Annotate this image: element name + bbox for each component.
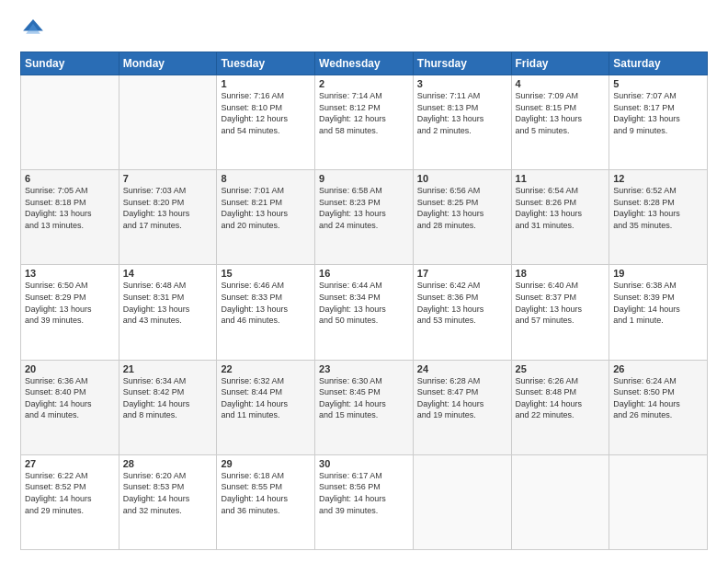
calendar-week: 27Sunrise: 6:22 AM Sunset: 8:52 PM Dayli… xyxy=(21,454,708,549)
day-info: Sunrise: 6:56 AM Sunset: 8:25 PM Dayligh… xyxy=(417,185,507,231)
calendar-cell: 5Sunrise: 7:07 AM Sunset: 8:17 PM Daylig… xyxy=(609,75,708,170)
day-info: Sunrise: 7:03 AM Sunset: 8:20 PM Dayligh… xyxy=(123,185,213,231)
calendar-cell: 12Sunrise: 6:52 AM Sunset: 8:28 PM Dayli… xyxy=(609,170,708,265)
day-info: Sunrise: 6:42 AM Sunset: 8:36 PM Dayligh… xyxy=(417,280,507,326)
calendar-cell: 7Sunrise: 7:03 AM Sunset: 8:20 PM Daylig… xyxy=(119,170,217,265)
calendar-cell: 30Sunrise: 6:17 AM Sunset: 8:56 PM Dayli… xyxy=(315,454,414,549)
header xyxy=(20,17,708,42)
day-info: Sunrise: 6:20 AM Sunset: 8:53 PM Dayligh… xyxy=(123,470,213,516)
day-number: 18 xyxy=(516,268,606,279)
day-number: 1 xyxy=(221,78,311,89)
calendar-cell xyxy=(413,454,511,549)
day-number: 25 xyxy=(516,363,606,374)
calendar-cell xyxy=(21,75,119,170)
day-number: 26 xyxy=(613,363,703,374)
day-number: 7 xyxy=(123,173,213,184)
day-info: Sunrise: 6:26 AM Sunset: 8:48 PM Dayligh… xyxy=(516,375,606,421)
day-info: Sunrise: 7:16 AM Sunset: 8:10 PM Dayligh… xyxy=(221,90,311,136)
calendar-cell: 26Sunrise: 6:24 AM Sunset: 8:50 PM Dayli… xyxy=(609,360,708,454)
day-number: 15 xyxy=(221,268,311,279)
calendar-cell: 10Sunrise: 6:56 AM Sunset: 8:25 PM Dayli… xyxy=(413,170,511,265)
day-number: 8 xyxy=(221,173,311,184)
calendar-cell xyxy=(609,454,708,549)
day-number: 12 xyxy=(613,173,703,184)
weekday-header: Wednesday xyxy=(315,52,414,75)
calendar-cell: 4Sunrise: 7:09 AM Sunset: 8:15 PM Daylig… xyxy=(511,75,609,170)
calendar-header: SundayMondayTuesdayWednesdayThursdayFrid… xyxy=(21,52,708,75)
logo xyxy=(20,17,50,42)
day-info: Sunrise: 6:46 AM Sunset: 8:33 PM Dayligh… xyxy=(221,280,311,326)
calendar-cell: 1Sunrise: 7:16 AM Sunset: 8:10 PM Daylig… xyxy=(217,75,315,170)
calendar-week: 20Sunrise: 6:36 AM Sunset: 8:40 PM Dayli… xyxy=(21,360,708,454)
day-info: Sunrise: 6:30 AM Sunset: 8:45 PM Dayligh… xyxy=(319,375,409,421)
day-number: 13 xyxy=(25,268,115,279)
day-info: Sunrise: 6:24 AM Sunset: 8:50 PM Dayligh… xyxy=(613,375,703,421)
day-number: 17 xyxy=(417,268,507,279)
day-info: Sunrise: 6:18 AM Sunset: 8:55 PM Dayligh… xyxy=(221,470,311,516)
weekday-header: Tuesday xyxy=(217,52,315,75)
calendar-cell: 2Sunrise: 7:14 AM Sunset: 8:12 PM Daylig… xyxy=(315,75,414,170)
page: SundayMondayTuesdayWednesdayThursdayFrid… xyxy=(0,0,728,563)
day-info: Sunrise: 6:52 AM Sunset: 8:28 PM Dayligh… xyxy=(613,185,703,231)
day-number: 21 xyxy=(123,363,213,374)
calendar-cell: 18Sunrise: 6:40 AM Sunset: 8:37 PM Dayli… xyxy=(511,265,609,360)
day-number: 10 xyxy=(417,173,507,184)
day-info: Sunrise: 6:54 AM Sunset: 8:26 PM Dayligh… xyxy=(516,185,606,231)
calendar-week: 6Sunrise: 7:05 AM Sunset: 8:18 PM Daylig… xyxy=(21,170,708,265)
calendar-cell: 22Sunrise: 6:32 AM Sunset: 8:44 PM Dayli… xyxy=(217,360,315,454)
day-number: 29 xyxy=(221,458,311,469)
calendar-cell: 24Sunrise: 6:28 AM Sunset: 8:47 PM Dayli… xyxy=(413,360,511,454)
calendar-cell: 14Sunrise: 6:48 AM Sunset: 8:31 PM Dayli… xyxy=(119,265,217,360)
day-number: 27 xyxy=(25,458,115,469)
weekday-row: SundayMondayTuesdayWednesdayThursdayFrid… xyxy=(21,52,708,75)
day-number: 24 xyxy=(417,363,507,374)
calendar-cell: 9Sunrise: 6:58 AM Sunset: 8:23 PM Daylig… xyxy=(315,170,414,265)
day-number: 4 xyxy=(516,78,606,89)
calendar-cell: 28Sunrise: 6:20 AM Sunset: 8:53 PM Dayli… xyxy=(119,454,217,549)
day-info: Sunrise: 7:11 AM Sunset: 8:13 PM Dayligh… xyxy=(417,90,507,136)
day-info: Sunrise: 7:07 AM Sunset: 8:17 PM Dayligh… xyxy=(613,90,703,136)
day-info: Sunrise: 7:01 AM Sunset: 8:21 PM Dayligh… xyxy=(221,185,311,231)
logo-icon xyxy=(20,17,46,42)
calendar-cell: 3Sunrise: 7:11 AM Sunset: 8:13 PM Daylig… xyxy=(413,75,511,170)
calendar-cell: 17Sunrise: 6:42 AM Sunset: 8:36 PM Dayli… xyxy=(413,265,511,360)
day-number: 20 xyxy=(25,363,115,374)
day-number: 23 xyxy=(319,363,409,374)
calendar-cell: 29Sunrise: 6:18 AM Sunset: 8:55 PM Dayli… xyxy=(217,454,315,549)
calendar-cell: 19Sunrise: 6:38 AM Sunset: 8:39 PM Dayli… xyxy=(609,265,708,360)
day-info: Sunrise: 7:14 AM Sunset: 8:12 PM Dayligh… xyxy=(319,90,409,136)
calendar-cell: 25Sunrise: 6:26 AM Sunset: 8:48 PM Dayli… xyxy=(511,360,609,454)
day-info: Sunrise: 6:36 AM Sunset: 8:40 PM Dayligh… xyxy=(25,375,115,421)
calendar-cell: 23Sunrise: 6:30 AM Sunset: 8:45 PM Dayli… xyxy=(315,360,414,454)
day-number: 14 xyxy=(123,268,213,279)
calendar-week: 13Sunrise: 6:50 AM Sunset: 8:29 PM Dayli… xyxy=(21,265,708,360)
day-number: 6 xyxy=(25,173,115,184)
day-info: Sunrise: 6:28 AM Sunset: 8:47 PM Dayligh… xyxy=(417,375,507,421)
day-info: Sunrise: 6:58 AM Sunset: 8:23 PM Dayligh… xyxy=(319,185,409,231)
day-info: Sunrise: 6:22 AM Sunset: 8:52 PM Dayligh… xyxy=(25,470,115,516)
day-number: 19 xyxy=(613,268,703,279)
day-info: Sunrise: 6:38 AM Sunset: 8:39 PM Dayligh… xyxy=(613,280,703,326)
calendar-cell: 8Sunrise: 7:01 AM Sunset: 8:21 PM Daylig… xyxy=(217,170,315,265)
day-info: Sunrise: 6:50 AM Sunset: 8:29 PM Dayligh… xyxy=(25,280,115,326)
day-info: Sunrise: 6:17 AM Sunset: 8:56 PM Dayligh… xyxy=(319,470,409,516)
day-number: 5 xyxy=(613,78,703,89)
day-number: 16 xyxy=(319,268,409,279)
calendar-cell: 11Sunrise: 6:54 AM Sunset: 8:26 PM Dayli… xyxy=(511,170,609,265)
weekday-header: Sunday xyxy=(21,52,119,75)
weekday-header: Friday xyxy=(511,52,609,75)
calendar-cell: 27Sunrise: 6:22 AM Sunset: 8:52 PM Dayli… xyxy=(21,454,119,549)
day-info: Sunrise: 6:48 AM Sunset: 8:31 PM Dayligh… xyxy=(123,280,213,326)
calendar-cell: 6Sunrise: 7:05 AM Sunset: 8:18 PM Daylig… xyxy=(21,170,119,265)
weekday-header: Thursday xyxy=(413,52,511,75)
calendar: SundayMondayTuesdayWednesdayThursdayFrid… xyxy=(20,52,708,550)
weekday-header: Saturday xyxy=(609,52,708,75)
calendar-cell: 21Sunrise: 6:34 AM Sunset: 8:42 PM Dayli… xyxy=(119,360,217,454)
day-number: 9 xyxy=(319,173,409,184)
day-info: Sunrise: 6:44 AM Sunset: 8:34 PM Dayligh… xyxy=(319,280,409,326)
weekday-header: Monday xyxy=(119,52,217,75)
day-info: Sunrise: 6:34 AM Sunset: 8:42 PM Dayligh… xyxy=(123,375,213,421)
calendar-cell: 15Sunrise: 6:46 AM Sunset: 8:33 PM Dayli… xyxy=(217,265,315,360)
calendar-cell xyxy=(511,454,609,549)
calendar-body: 1Sunrise: 7:16 AM Sunset: 8:10 PM Daylig… xyxy=(21,75,708,550)
